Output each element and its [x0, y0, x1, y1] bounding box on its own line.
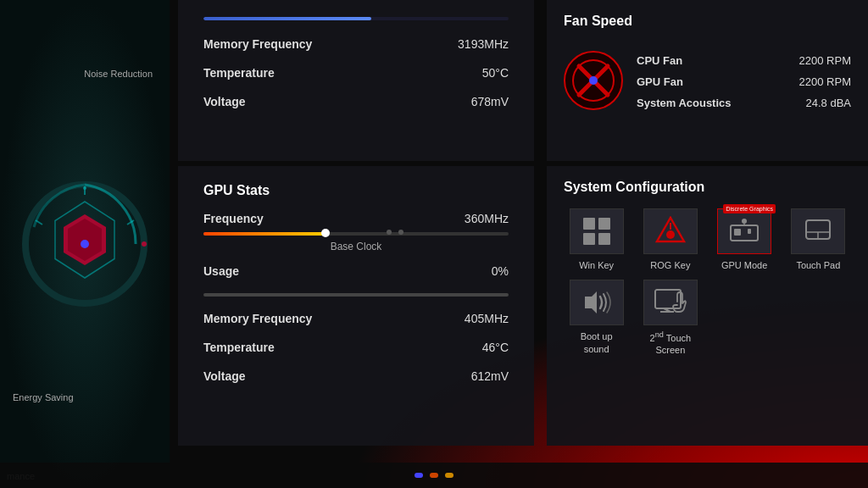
gpu-temperature-row: Temperature 46°C — [203, 341, 509, 354]
gpu-usage-row: Usage 0% — [203, 264, 509, 278]
gpu-mode-icon-box: Discrete Graphics — [717, 208, 771, 254]
cpu-fan-value: 2200 RPM — [799, 54, 851, 67]
touch-screen-icon — [654, 288, 687, 317]
energy-saving-label: Energy Saving — [13, 391, 74, 403]
gpu-memory-frequency-row: Memory Frequency 405MHz — [203, 312, 509, 325]
win-key-label: Win Key — [579, 259, 614, 271]
gpu-temperature-value: 46°C — [482, 341, 509, 354]
touchpad-label: Touch Pad — [796, 259, 840, 271]
gpu-frequency-slider[interactable] — [203, 232, 509, 236]
gpu-stats-title: GPU Stats — [203, 183, 509, 198]
gpu-usage-slider[interactable] — [203, 293, 509, 297]
gpu-memory-frequency-label: Memory Frequency — [203, 312, 312, 325]
fan-icon — [564, 51, 623, 110]
fan-speed-title: Fan Speed — [564, 14, 851, 29]
bottom-dot-2[interactable] — [430, 473, 438, 478]
touchpad-icon-box — [791, 208, 845, 254]
win-key-icon-box — [570, 208, 624, 254]
cpu-fan-label: CPU Fan — [637, 54, 799, 67]
gpu-mode-badge: Discrete Graphics — [723, 204, 776, 214]
windows-icon — [581, 216, 612, 247]
svg-rect-17 — [598, 233, 610, 245]
noise-reduction-label: Noise Reduction — [84, 68, 153, 80]
gauge-area: Noise Reduction Energy Saving mance — [0, 0, 170, 488]
gpu-mode-item[interactable]: Discrete Graphics GPU Mode — [712, 208, 777, 271]
win-key-item[interactable]: Win Key — [564, 208, 629, 271]
base-clock-label: Base Clock — [203, 241, 509, 252]
svg-rect-15 — [598, 218, 610, 230]
slider-dots — [387, 230, 403, 235]
gpu-mode-label: GPU Mode — [721, 259, 767, 271]
svg-point-9 — [142, 241, 147, 247]
gpu-fan-row: GPU Fan 2200 RPM — [637, 75, 851, 88]
slider-track — [203, 232, 509, 236]
config-grid: Win Key ROG Key Discrete Graphics — [564, 208, 851, 357]
svg-rect-22 — [734, 229, 741, 236]
touch-screen-item[interactable]: 2nd TouchScreen — [637, 280, 703, 356]
gpu-memory-frequency-value: 405MHz — [465, 312, 509, 325]
gpu-fan-value: 2200 RPM — [799, 75, 851, 88]
svg-rect-23 — [748, 229, 751, 234]
gpu-fan-label: GPU Fan — [637, 75, 799, 88]
slider-thumb — [321, 229, 330, 237]
cpu-progress-fill — [203, 17, 371, 20]
gpu-voltage-value: 612mV — [471, 369, 509, 383]
gpu-mode-icon — [729, 219, 760, 244]
slider-fill — [203, 232, 326, 236]
memory-frequency-value: 3193MHz — [458, 37, 509, 51]
touch-screen-label: 2nd TouchScreen — [650, 330, 692, 356]
rog-key-item[interactable]: ROG Key — [637, 208, 703, 271]
memory-frequency-label: Memory Frequency — [203, 37, 312, 51]
gpu-frequency-value: 360MHz — [465, 212, 509, 225]
fan-speed-panel: Fan Speed CPU Fan 2200 RPM GPU Fan 2200 … — [547, 0, 868, 161]
touch-screen-icon-box — [643, 280, 698, 325]
boot-sound-icon-box — [570, 280, 624, 325]
system-acoustics-label: System Acoustics — [637, 97, 806, 109]
temperature-row: Temperature 50°C — [203, 66, 509, 80]
system-acoustics-row: System Acoustics 24.8 dBA — [637, 97, 851, 109]
memory-frequency-row: Memory Frequency 3193MHz — [203, 37, 509, 51]
gpu-frequency-row: Frequency 360MHz — [203, 212, 509, 225]
gpu-voltage-row: Voltage 612mV — [203, 369, 509, 383]
gpu-frequency-label: Frequency — [203, 212, 264, 225]
boot-sound-item[interactable]: Boot upsound — [564, 280, 629, 356]
svg-point-19 — [666, 230, 675, 239]
rog-key-icon-box — [643, 208, 698, 254]
slider-dot-1 — [387, 230, 392, 235]
rog-icon — [655, 216, 686, 247]
svg-point-4 — [81, 240, 89, 248]
bottom-dot-3[interactable] — [445, 473, 453, 478]
fan-stats: CPU Fan 2200 RPM GPU Fan 2200 RPM System… — [637, 42, 851, 118]
system-config-title: System Configuration — [564, 180, 851, 195]
temperature-label: Temperature — [203, 66, 275, 80]
gpu-temperature-label: Temperature — [203, 341, 275, 354]
svg-rect-16 — [583, 233, 595, 245]
bottom-bar — [0, 463, 868, 488]
boot-sound-icon — [580, 288, 614, 317]
svg-point-8 — [83, 186, 86, 190]
gpu-voltage-label: Voltage — [203, 369, 246, 383]
gpu-usage-value: 0% — [492, 264, 509, 278]
gpu-usage-label: Usage — [203, 264, 239, 278]
cpu-fan-row: CPU Fan 2200 RPM — [637, 54, 851, 67]
gpu-stats-panel: GPU Stats Frequency 360MHz Base Clock Us… — [178, 166, 534, 446]
rog-key-label: ROG Key — [650, 259, 690, 271]
voltage-value: 678mV — [471, 95, 509, 108]
gauge-circle — [17, 176, 153, 312]
cpu-stats-panel: Memory Frequency 3193MHz Temperature 50°… — [178, 0, 534, 161]
touchpad-item[interactable]: Touch Pad — [786, 208, 851, 271]
touchpad-icon — [803, 219, 833, 244]
svg-marker-29 — [585, 291, 597, 313]
voltage-label: Voltage — [203, 95, 246, 108]
bottom-dot-1[interactable] — [415, 473, 423, 478]
fan-content: CPU Fan 2200 RPM GPU Fan 2200 RPM System… — [564, 42, 851, 118]
voltage-row: Voltage 678mV — [203, 95, 509, 108]
boot-sound-label: Boot upsound — [581, 330, 613, 355]
system-acoustics-value: 24.8 dBA — [806, 97, 852, 109]
svg-point-24 — [742, 219, 747, 224]
cpu-progress-bar — [203, 17, 509, 20]
temperature-value: 50°C — [482, 66, 509, 80]
slider-dot-2 — [398, 230, 403, 235]
system-config-panel: System Configuration Win Key — [547, 166, 868, 446]
svg-point-13 — [589, 76, 598, 85]
